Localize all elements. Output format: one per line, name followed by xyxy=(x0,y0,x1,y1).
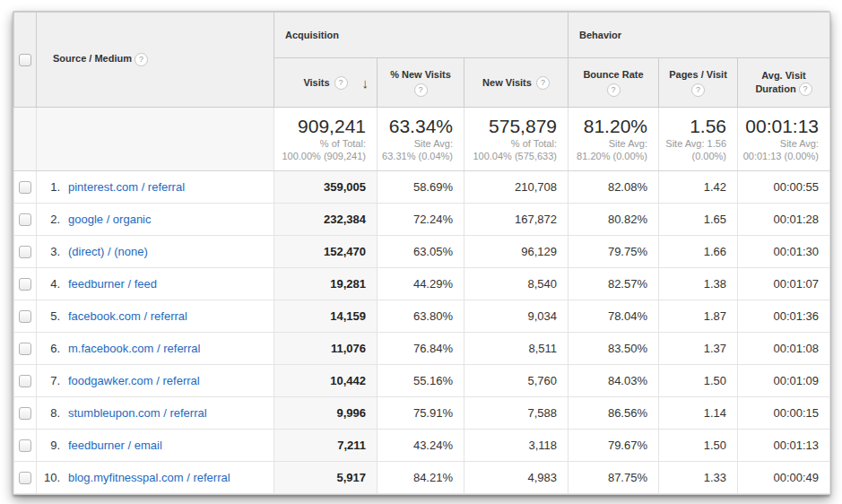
visits-cell: 14,159 xyxy=(274,300,378,333)
dimension-header-label: Source / Medium xyxy=(53,53,132,64)
source-medium-link[interactable]: (direct) / (none) xyxy=(68,245,148,258)
help-icon[interactable]: ? xyxy=(135,53,148,66)
source-medium-link[interactable]: google / organic xyxy=(68,213,152,226)
summary-checkbox-cell xyxy=(14,108,37,171)
source-medium-link[interactable]: stumbleupon.com / referral xyxy=(68,406,207,420)
pages-visit-cell: 1.14 xyxy=(659,397,738,430)
help-icon[interactable]: ? xyxy=(607,83,621,97)
behavior-label: Behavior xyxy=(579,30,621,40)
row-rank: 7. xyxy=(37,374,60,387)
help-icon[interactable]: ? xyxy=(414,83,428,97)
row-rank: 8. xyxy=(37,406,60,420)
visits-header-label: Visits xyxy=(303,77,329,88)
bounce-rate-cell: 83.50% xyxy=(569,333,659,365)
visits-cell: 19,281 xyxy=(274,268,378,300)
summary-new-visits: 575,879 % of Total: 100.04% (575,633) xyxy=(464,108,569,171)
source-medium-link[interactable]: blog.myfitnesspal.com / referral xyxy=(68,471,230,484)
source-medium-cell: 9.feedburner / email xyxy=(37,430,274,462)
help-icon[interactable]: ? xyxy=(691,83,705,97)
row-checkbox[interactable] xyxy=(19,439,31,452)
help-icon[interactable]: ? xyxy=(334,76,348,90)
table-row: 5.facebook.com / referral 14,159 63.80% … xyxy=(14,300,830,333)
row-checkbox-cell xyxy=(14,397,37,430)
row-checkbox[interactable] xyxy=(19,310,31,323)
summary-visits-value: 909,241 xyxy=(274,116,366,137)
column-header-visits[interactable]: Visits ? ↓ xyxy=(274,58,378,108)
row-checkbox[interactable] xyxy=(19,343,31,355)
source-medium-cell: 6.m.facebook.com / referral xyxy=(37,333,274,365)
row-checkbox-cell xyxy=(14,204,37,236)
column-header-new-visits[interactable]: New Visits ? xyxy=(464,58,569,108)
source-medium-cell: 3.(direct) / (none) xyxy=(37,236,274,268)
summary-bounce-value: 81.20% xyxy=(569,116,647,137)
row-checkbox-cell xyxy=(14,171,37,204)
bounce-rate-cell: 79.75% xyxy=(569,236,659,268)
dimension-header[interactable]: Source / Medium ? xyxy=(37,13,274,108)
row-checkbox[interactable] xyxy=(19,375,31,387)
column-header-bounce-rate[interactable]: Bounce Rate ? xyxy=(569,58,659,108)
analytics-table-card: Source / Medium ? Acquisition Behavior V… xyxy=(13,11,830,495)
row-checkbox[interactable] xyxy=(19,407,31,420)
column-header-pct-new-visits[interactable]: % New Visits ? xyxy=(378,58,464,108)
row-checkbox-cell xyxy=(14,236,37,268)
summary-visits: 909,241 % of Total: 100.00% (909,241) xyxy=(274,108,378,171)
source-medium-link[interactable]: facebook.com / referral xyxy=(68,309,187,323)
source-medium-link[interactable]: pinterest.com / referral xyxy=(68,180,185,194)
new-visits-cell: 4,983 xyxy=(464,462,569,494)
new-visits-cell: 7,588 xyxy=(464,397,569,430)
bounce-rate-cell: 82.08% xyxy=(569,171,659,204)
row-checkbox-cell xyxy=(14,365,37,397)
avg-duration-cell: 00:00:15 xyxy=(738,397,830,430)
source-medium-link[interactable]: m.facebook.com / referral xyxy=(68,342,200,355)
help-icon[interactable]: ? xyxy=(536,76,550,90)
avg-duration-cell: 00:01:13 xyxy=(738,430,830,462)
row-checkbox-cell xyxy=(14,300,37,333)
row-checkbox[interactable] xyxy=(19,213,31,226)
new-visits-cell: 96,129 xyxy=(464,236,569,268)
source-medium-link[interactable]: feedburner / email xyxy=(68,439,162,452)
avg-duration-cell: 00:00:55 xyxy=(738,171,830,204)
visits-cell: 10,442 xyxy=(274,365,378,397)
source-medium-table: Source / Medium ? Acquisition Behavior V… xyxy=(13,12,830,494)
pct-new-visits-header-label: % New Visits xyxy=(378,69,464,80)
row-checkbox[interactable] xyxy=(19,472,31,484)
visits-cell: 152,470 xyxy=(274,236,378,268)
new-visits-cell: 167,872 xyxy=(464,204,569,236)
column-header-pages-visit[interactable]: Pages / Visit ? xyxy=(659,58,738,108)
summary-bounce-rate: 81.20% Site Avg: 81.20% (0.00%) xyxy=(569,108,659,171)
select-all-checkbox[interactable] xyxy=(19,54,31,66)
pages-visit-cell: 1.38 xyxy=(659,268,738,300)
row-checkbox[interactable] xyxy=(19,278,31,291)
bounce-rate-cell: 82.57% xyxy=(569,268,659,300)
source-medium-link[interactable]: feedburner / feed xyxy=(68,277,157,291)
source-medium-link[interactable]: foodgawker.com / referral xyxy=(68,374,200,387)
pct-new-visits-cell: 63.80% xyxy=(378,300,464,333)
summary-pct-new-visits: 63.34% Site Avg: 63.31% (0.04%) xyxy=(378,108,464,171)
row-rank: 10. xyxy=(37,471,60,484)
summary-pages-visit: 1.56 Site Avg: 1.56 (0.00%) xyxy=(659,108,738,171)
row-checkbox[interactable] xyxy=(19,246,31,258)
avg-duration-cell: 00:01:30 xyxy=(738,236,830,268)
row-checkbox[interactable] xyxy=(19,181,31,194)
pct-new-visits-cell: 72.24% xyxy=(378,204,464,236)
table-row: 7.foodgawker.com / referral 10,442 55.16… xyxy=(14,365,830,397)
new-visits-cell: 3,118 xyxy=(464,430,569,462)
pages-visit-cell: 1.66 xyxy=(659,236,738,268)
row-rank: 5. xyxy=(37,309,60,323)
visits-cell: 11,076 xyxy=(274,333,378,365)
pages-visit-cell: 1.65 xyxy=(659,204,738,236)
new-visits-cell: 8,511 xyxy=(464,333,569,365)
bounce-rate-cell: 78.04% xyxy=(569,300,659,333)
new-visits-cell: 8,540 xyxy=(464,268,569,300)
row-rank: 6. xyxy=(37,342,60,355)
table-row: 9.feedburner / email 7,211 43.24% 3,118 … xyxy=(14,430,830,462)
pages-visit-cell: 1.87 xyxy=(659,300,738,333)
sort-descending-icon[interactable]: ↓ xyxy=(362,75,369,91)
column-header-avg-visit-duration[interactable]: Avg. Visit Duration? xyxy=(738,58,830,108)
row-rank: 4. xyxy=(37,277,60,291)
help-icon[interactable]: ? xyxy=(799,83,812,96)
summary-duration-value: 00:01:13 xyxy=(738,116,819,137)
table-body: 909,241 % of Total: 100.00% (909,241) 63… xyxy=(14,108,830,494)
source-medium-cell: 7.foodgawker.com / referral xyxy=(37,365,274,397)
table-row: 3.(direct) / (none) 152,470 63.05% 96,12… xyxy=(14,236,830,268)
